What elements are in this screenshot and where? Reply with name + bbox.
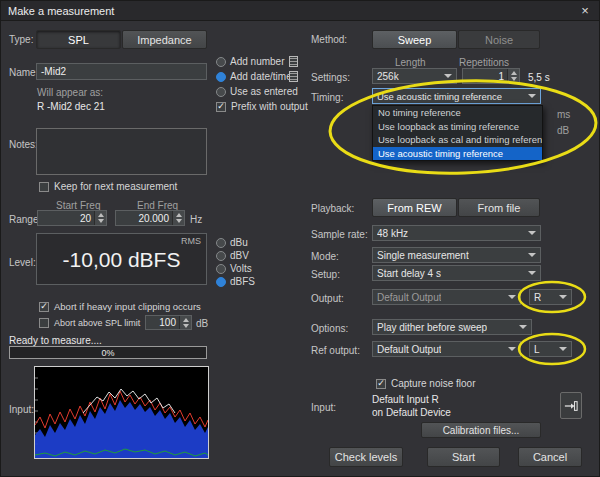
impedance-button[interactable]: Impedance [122, 30, 207, 49]
sample-rate-label: Sample rate: [311, 229, 368, 240]
timing-option[interactable]: Use loopback as cal and timing reference [373, 133, 542, 147]
input-label: Input: [9, 404, 34, 415]
options-combo[interactable]: Play dither before sweep [372, 319, 532, 335]
abort-clipping-checkbox[interactable]: Abort if heavy input clipping occurs [39, 301, 201, 312]
radio-label: Add number [230, 56, 284, 67]
sweep-button[interactable]: Sweep [372, 30, 457, 49]
checkbox-checked-icon[interactable] [376, 379, 386, 389]
from-rew-button[interactable]: From REW [372, 198, 457, 217]
sweep-length-combo[interactable]: 256k [372, 68, 457, 84]
output-channel-combo[interactable]: R [529, 289, 572, 305]
radio-add-number[interactable]: Add number [216, 56, 284, 67]
spinner-arrows-icon[interactable] [94, 211, 106, 225]
number-list-icon[interactable] [289, 56, 298, 67]
radio-icon[interactable] [216, 238, 226, 248]
combo-value: 48 kHz [377, 228, 408, 239]
repetitions-spinner[interactable]: 1 [462, 68, 520, 84]
combo-value: 256k [377, 71, 399, 82]
close-icon[interactable]: × [577, 2, 593, 18]
noise-button[interactable]: Noise [458, 30, 540, 49]
from-file-button[interactable]: From file [458, 198, 540, 217]
spl-button[interactable]: SPL [36, 30, 121, 49]
radio-dbu[interactable]: dBu [216, 237, 248, 248]
start-freq-spinner[interactable]: 20 [37, 210, 107, 226]
timing-option[interactable]: Use loopback as timing reference [373, 120, 542, 134]
spinner-arrows-icon[interactable] [179, 316, 191, 329]
repetitions-label: Repetitions [459, 57, 509, 68]
chevron-down-icon [528, 231, 536, 235]
chevron-down-icon [528, 253, 536, 257]
timing-dropdown-list[interactable]: No timing referenceUse loopback as timin… [372, 105, 543, 161]
chevron-down-icon [528, 271, 536, 275]
abort-spl-checkbox[interactable]: Abort above SPL limit [39, 318, 140, 328]
level-value: -10,00 dBFS [37, 248, 206, 272]
radio-dbfs[interactable]: dBFS [216, 276, 255, 287]
level-label: Level: [9, 257, 36, 268]
checkbox-checked-icon[interactable] [39, 302, 49, 312]
window-title: Make a measurement [8, 5, 114, 17]
radio-add-datetime[interactable]: Add date/time [216, 71, 292, 82]
combo-value: Default Output [377, 344, 441, 355]
radio-dbv[interactable]: dBV [216, 250, 249, 261]
combo-value: L [534, 344, 540, 355]
output-label: Output: [311, 293, 344, 304]
capture-noise-floor-checkbox[interactable]: Capture noise floor [376, 378, 476, 389]
radio-label: dBFS [230, 276, 255, 287]
ref-output-combo[interactable]: Default Output [372, 341, 521, 357]
chevron-down-icon [508, 295, 516, 299]
input-spectrum-meter [34, 366, 209, 459]
radio-use-as-entered[interactable]: Use as entered [216, 86, 298, 97]
input-jack-icon [564, 399, 578, 413]
radio-icon[interactable] [216, 87, 226, 97]
radio-label: dBu [230, 237, 248, 248]
name-label: Name: [9, 67, 38, 78]
playback-label: Playback: [311, 203, 354, 214]
keep-for-next-checkbox[interactable]: Keep for next measurement [39, 181, 177, 192]
chevron-down-icon [559, 347, 567, 351]
length-label: Length [395, 57, 426, 68]
ms-label: ms [557, 109, 570, 120]
radio-volts[interactable]: Volts [216, 263, 252, 274]
will-appear-label: Will appear as: [37, 87, 103, 98]
timing-option[interactable]: Use acoustic timing reference [373, 147, 542, 161]
progress-label: 0% [101, 348, 114, 358]
spinner-value: 1 [463, 71, 507, 82]
radio-label: Volts [230, 263, 252, 274]
cancel-button[interactable]: Cancel [518, 447, 582, 467]
end-freq-spinner[interactable]: 20.000 [115, 210, 185, 226]
check-levels-button[interactable]: Check levels [329, 447, 403, 467]
datetime-format-icon[interactable] [289, 71, 298, 82]
checkbox-checked-icon[interactable] [216, 102, 226, 112]
ref-output-channel-combo[interactable]: L [529, 341, 572, 357]
radio-icon[interactable] [216, 264, 226, 274]
checkbox-label: Abort above SPL limit [54, 318, 140, 328]
radio-selected-icon[interactable] [216, 277, 226, 287]
notes-textarea[interactable] [36, 128, 207, 175]
spinner-arrows-icon[interactable] [507, 69, 519, 83]
ref-output-label: Ref output: [311, 345, 360, 356]
input-device-line1: Default Input R [372, 394, 439, 405]
timing-option[interactable]: No timing reference [373, 106, 542, 120]
prefix-with-output-checkbox[interactable]: Prefix with output [216, 101, 308, 112]
mode-combo[interactable]: Single measurement [372, 247, 541, 263]
output-combo[interactable]: Default Output [372, 289, 521, 305]
timing-combo[interactable]: Use acoustic timing reference [372, 88, 541, 104]
radio-selected-icon[interactable] [216, 72, 226, 82]
select-input-button[interactable] [560, 392, 582, 419]
start-button[interactable]: Start [427, 447, 500, 467]
combo-value: Default Output [377, 292, 441, 303]
combo-value: Play dither before sweep [377, 322, 487, 333]
name-input[interactable]: -Mid2 [36, 63, 207, 80]
checkbox-icon[interactable] [39, 182, 49, 192]
sample-rate-combo[interactable]: 48 kHz [372, 225, 541, 241]
notes-label: Notes: [9, 139, 38, 150]
spl-limit-spinner[interactable]: 100 [145, 315, 192, 330]
calibration-files-button[interactable]: Calibration files... [421, 422, 541, 438]
spinner-value: 20 [38, 213, 94, 224]
options-label: Options: [311, 323, 348, 334]
radio-icon[interactable] [216, 251, 226, 261]
radio-icon[interactable] [216, 57, 226, 67]
checkbox-icon[interactable] [39, 318, 49, 328]
spinner-arrows-icon[interactable] [172, 211, 184, 225]
setup-combo[interactable]: Start delay 4 s [372, 265, 541, 281]
